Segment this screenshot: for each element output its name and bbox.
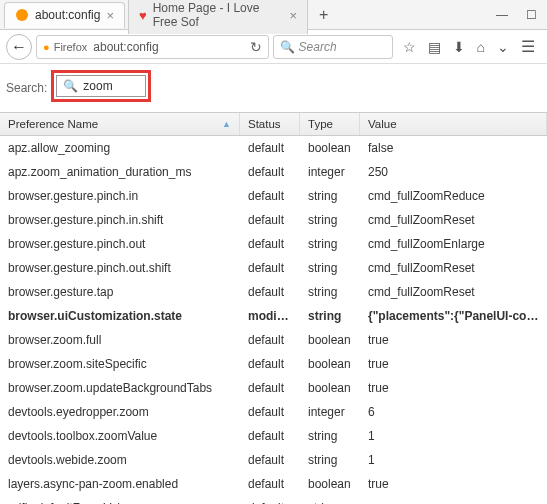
cell-status: default xyxy=(240,331,300,349)
table-row[interactable]: browser.zoom.updateBackgroundTabsdefault… xyxy=(0,376,547,400)
col-header-label: Type xyxy=(308,118,333,130)
cell-status: default xyxy=(240,427,300,445)
cell-type: boolean xyxy=(300,139,360,157)
cell-value: {"placements":{"PanelUI-contents":["edit… xyxy=(360,307,547,325)
cell-name: browser.zoom.full xyxy=(0,331,240,349)
cell-value: true xyxy=(360,475,547,493)
cell-value: cmd_fullZoomReset xyxy=(360,259,547,277)
cell-type: string xyxy=(300,283,360,301)
table-row[interactable]: browser.gesture.pinch.outdefaultstringcm… xyxy=(0,232,547,256)
table-row[interactable]: apz.allow_zoomingdefaultbooleanfalse xyxy=(0,136,547,160)
firefox-icon xyxy=(15,8,29,22)
table-row[interactable]: devtools.eyedropper.zoomdefaultinteger6 xyxy=(0,400,547,424)
pocket-icon[interactable]: ⌄ xyxy=(497,39,509,55)
cell-status: default xyxy=(240,475,300,493)
cell-name: browser.gesture.pinch.out xyxy=(0,235,240,253)
cell-type: integer xyxy=(300,403,360,421)
cell-type: string xyxy=(300,259,360,277)
table-row[interactable]: layers.async-pan-zoom.enableddefaultbool… xyxy=(0,472,547,496)
tab-homepage[interactable]: ♥ Home Page - I Love Free Sof × xyxy=(128,0,308,34)
cell-name: browser.gesture.pinch.out.shift xyxy=(0,259,240,277)
new-tab-button[interactable]: + xyxy=(311,2,336,28)
cell-type: string xyxy=(300,187,360,205)
pref-search-label: Search: xyxy=(6,77,47,95)
table-row[interactable]: devtools.webide.zoomdefaultstring1 xyxy=(0,448,547,472)
home-icon[interactable]: ⌂ xyxy=(477,39,485,55)
cell-status: default xyxy=(240,139,300,157)
cell-status: default xyxy=(240,211,300,229)
cell-type: string xyxy=(300,451,360,469)
downloads-icon[interactable]: ⬇ xyxy=(453,39,465,55)
menu-icon[interactable]: ☰ xyxy=(521,37,535,56)
close-icon[interactable]: × xyxy=(289,8,297,23)
cell-status: modified xyxy=(240,307,300,325)
pref-rows: apz.allow_zoomingdefaultbooleanfalseapz.… xyxy=(0,136,547,504)
cell-value xyxy=(360,499,547,504)
identity-label: Firefox xyxy=(54,41,88,53)
pref-search-box[interactable]: 🔍 xyxy=(56,75,146,97)
toolbar-icons: ☆ ▤ ⬇ ⌂ ⌄ ☰ xyxy=(397,37,541,56)
tab-aboutconfig[interactable]: about:config × xyxy=(4,2,125,28)
url-bar[interactable]: ● Firefox about:config ↻ xyxy=(36,35,269,59)
cell-type: string xyxy=(300,211,360,229)
table-row[interactable]: devtools.toolbox.zoomValuedefaultstring1 xyxy=(0,424,547,448)
cell-status: default xyxy=(240,451,300,469)
table-row[interactable]: browser.gesture.pinch.indefaultstringcmd… xyxy=(0,184,547,208)
cell-status: default xyxy=(240,259,300,277)
pref-search-input[interactable] xyxy=(83,79,143,93)
nav-toolbar: ← ● Firefox about:config ↻ 🔍 Search ☆ ▤ … xyxy=(0,30,547,64)
cell-name: devtools.webide.zoom xyxy=(0,451,240,469)
col-header-name[interactable]: Preference Name ▲ xyxy=(0,113,240,135)
cell-status: default xyxy=(240,187,300,205)
cell-status: default xyxy=(240,283,300,301)
tab-label: Home Page - I Love Free Sof xyxy=(153,1,284,29)
cell-value: true xyxy=(360,331,547,349)
cell-status: default xyxy=(240,499,300,504)
cell-type: boolean xyxy=(300,355,360,373)
cell-type: boolean xyxy=(300,331,360,349)
reload-icon[interactable]: ↻ xyxy=(250,39,262,55)
cell-status: default xyxy=(240,235,300,253)
cell-name: devtools.eyedropper.zoom xyxy=(0,403,240,421)
cell-name: browser.zoom.updateBackgroundTabs xyxy=(0,379,240,397)
table-row[interactable]: browser.zoom.siteSpecificdefaultbooleant… xyxy=(0,352,547,376)
tab-label: about:config xyxy=(35,8,100,22)
col-header-label: Value xyxy=(368,118,397,130)
search-bar[interactable]: 🔍 Search xyxy=(273,35,393,59)
cell-type: integer xyxy=(300,163,360,181)
col-header-label: Status xyxy=(248,118,281,130)
maximize-icon[interactable]: ☐ xyxy=(526,8,537,22)
cell-status: default xyxy=(240,403,300,421)
table-row[interactable]: apz.zoom_animation_duration_msdefaultint… xyxy=(0,160,547,184)
svg-point-0 xyxy=(16,9,28,21)
back-button[interactable]: ← xyxy=(6,34,32,60)
cell-name: browser.zoom.siteSpecific xyxy=(0,355,240,373)
table-row[interactable]: browser.gesture.tapdefaultstringcmd_full… xyxy=(0,280,547,304)
cell-name: browser.gesture.pinch.in.shift xyxy=(0,211,240,229)
minimize-icon[interactable]: — xyxy=(496,8,508,22)
table-row[interactable]: browser.gesture.pinch.out.shiftdefaultst… xyxy=(0,256,547,280)
cell-name: pdfjs.defaultZoomValue xyxy=(0,499,240,504)
cell-value: 6 xyxy=(360,403,547,421)
cell-name: browser.uiCustomization.state xyxy=(0,307,240,325)
col-header-value[interactable]: Value xyxy=(360,113,547,135)
bookmark-star-icon[interactable]: ☆ xyxy=(403,39,416,55)
pref-search-row: Search: 🔍 xyxy=(0,64,547,112)
cell-type: string xyxy=(300,235,360,253)
cell-value: true xyxy=(360,379,547,397)
sort-indicator-icon: ▲ xyxy=(222,119,231,129)
table-row[interactable]: browser.gesture.pinch.in.shiftdefaultstr… xyxy=(0,208,547,232)
cell-value: 250 xyxy=(360,163,547,181)
col-header-status[interactable]: Status xyxy=(240,113,300,135)
identity-box[interactable]: ● Firefox xyxy=(43,41,87,53)
table-row[interactable]: browser.uiCustomization.statemodifiedstr… xyxy=(0,304,547,328)
table-row[interactable]: pdfjs.defaultZoomValuedefaultstring xyxy=(0,496,547,504)
cell-value: cmd_fullZoomReduce xyxy=(360,187,547,205)
library-icon[interactable]: ▤ xyxy=(428,39,441,55)
col-header-type[interactable]: Type xyxy=(300,113,360,135)
search-placeholder: Search xyxy=(299,40,337,54)
close-icon[interactable]: × xyxy=(106,8,114,23)
heart-icon: ♥ xyxy=(139,8,147,23)
table-row[interactable]: browser.zoom.fulldefaultbooleantrue xyxy=(0,328,547,352)
window-controls: — ☐ xyxy=(496,8,547,22)
